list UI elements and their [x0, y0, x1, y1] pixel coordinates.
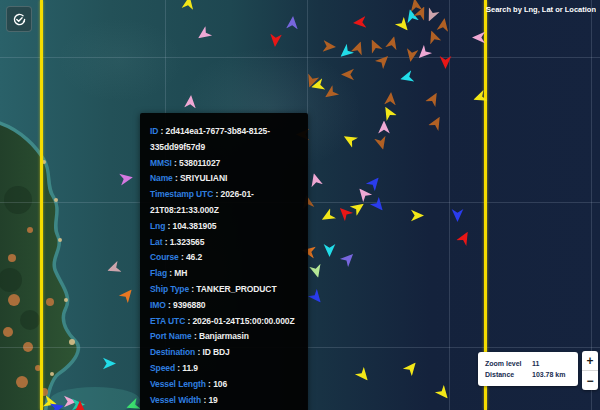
popup-row: Vessel Width : 19 — [150, 393, 298, 409]
zoom-level-value: 11 — [532, 360, 539, 367]
popup-row-label: Speed — [150, 363, 175, 373]
popup-row: ETA UTC : 2026-01-24T15:00:00.000Z — [150, 314, 298, 330]
popup-row: IMO : 9396880 — [150, 298, 298, 314]
popup-row-label: Vessel Length — [150, 379, 206, 389]
popup-row-value: 9396880 — [173, 300, 205, 310]
popup-row-label: Destination — [150, 347, 195, 357]
popup-row: Course : 46.2 — [150, 250, 298, 266]
popup-row: ID : 2d414ea1-7677-3b84-8125-335dd99f57d… — [150, 124, 298, 156]
map-info-panel: Zoom level 11 Distance 103.78 km — [478, 352, 578, 386]
popup-row: Name : SRIYULIANI — [150, 171, 298, 187]
popup-row-label: Flag — [150, 268, 167, 278]
map-canvas[interactable]: ID : 2d414ea1-7677-3b84-8125-335dd99f57d… — [0, 0, 600, 410]
distance-value: 103.78 km — [532, 371, 565, 378]
popup-row-value: 2026-01-24T15:00:00.000Z — [192, 316, 294, 326]
popup-row-label: Timestamp UTC — [150, 189, 213, 199]
popup-row-label: IMO — [150, 300, 166, 310]
popup-row: MMSI : 538011027 — [150, 156, 298, 172]
popup-row: Lat : 1.323565 — [150, 235, 298, 251]
grid-line — [0, 57, 600, 58]
popup-row-label: Lng — [150, 221, 165, 231]
popup-row: Port Name : Banjarmasin — [150, 329, 298, 345]
zoom-level-label: Zoom level — [485, 360, 532, 367]
popup-row-value: 46.2 — [186, 252, 202, 262]
popup-row-value: SRIYULIANI — [180, 173, 227, 183]
refresh-check-icon — [12, 12, 27, 27]
popup-row-label: MMSI — [150, 158, 172, 168]
popup-row-separator: : — [165, 221, 172, 231]
popup-row-value: 2d414ea1-7677-3b84-8125-335dd99f57d9 — [150, 126, 270, 152]
popup-row-value: TANKER_PRODUCT — [196, 284, 276, 294]
popup-row-separator: : — [172, 158, 179, 168]
popup-row-separator: : — [179, 252, 186, 262]
popup-row-separator: : — [162, 237, 169, 247]
distance-label: Distance — [485, 371, 532, 378]
popup-row-separator: : — [158, 126, 165, 136]
popup-row: Timestamp UTC : 2026-01-21T08:21:33.000Z — [150, 187, 298, 219]
popup-row-value: 1.323565 — [170, 237, 205, 247]
popup-row-value: 11.9 — [182, 363, 198, 373]
distance-row: Distance 103.78 km — [485, 371, 571, 378]
popup-row-separator: : — [192, 331, 199, 341]
popup-row: Ship Type : TANKER_PRODUCT — [150, 282, 298, 298]
popup-row-separator: : — [173, 173, 180, 183]
popup-row: Vessel Length : 106 — [150, 377, 298, 393]
popup-row-label: Lat — [150, 237, 162, 247]
popup-row-label: Ship Type — [150, 284, 189, 294]
zoom-out-button[interactable]: − — [582, 371, 598, 390]
popup-row: Flag : MH — [150, 266, 298, 282]
popup-row-label: Name — [150, 173, 173, 183]
popup-row-value: 106 — [213, 379, 227, 389]
popup-row-label: Port Name — [150, 331, 192, 341]
popup-row-label: Vessel Width — [150, 395, 201, 405]
popup-row-value: 538011027 — [179, 158, 220, 168]
vessel-popup-rows: ID : 2d414ea1-7677-3b84-8125-335dd99f57d… — [150, 124, 298, 408]
zoom-controls: + − — [582, 351, 598, 390]
vessel-popup: ID : 2d414ea1-7677-3b84-8125-335dd99f57d… — [140, 113, 308, 410]
popup-row-value: Banjarmasin — [199, 331, 249, 341]
popup-row-value: 104.381905 — [173, 221, 217, 231]
popup-row: Speed : 11.9 — [150, 361, 298, 377]
popup-row-label: ETA UTC — [150, 316, 185, 326]
popup-row-label: Course — [150, 252, 179, 262]
aoi-boundary-line-left — [40, 0, 43, 410]
popup-row: Lng : 104.381905 — [150, 219, 298, 235]
aoi-boundary-line-right — [484, 0, 487, 410]
zoom-in-button[interactable]: + — [582, 351, 598, 370]
popup-row-separator: : — [213, 189, 220, 199]
popup-row-value: MH — [174, 268, 187, 278]
search-input[interactable] — [484, 4, 598, 15]
zoom-level-row: Zoom level 11 — [485, 360, 571, 367]
popup-row-value: ID BDJ — [202, 347, 229, 357]
grid-line — [449, 0, 450, 410]
popup-row-value: 19 — [208, 395, 217, 405]
popup-row-separator: : — [166, 300, 173, 310]
grid-line — [591, 0, 592, 410]
popup-row: Destination : ID BDJ — [150, 345, 298, 361]
reset-view-button[interactable] — [6, 6, 32, 32]
